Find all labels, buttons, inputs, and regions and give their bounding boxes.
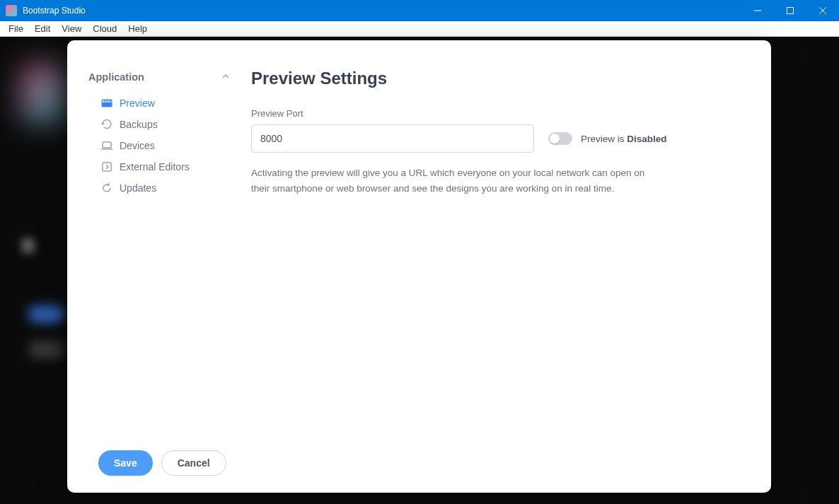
close-button[interactable] — [806, 0, 839, 21]
laptop-icon — [101, 140, 112, 151]
svg-rect-7 — [103, 163, 111, 171]
sidebar-item-label: External Editors — [120, 161, 190, 172]
toggle-knob — [550, 134, 560, 143]
app-icon — [6, 5, 17, 16]
sidebar-section-label: Application — [88, 71, 144, 83]
cancel-button[interactable]: Cancel — [161, 450, 226, 476]
help-text: Activating the preview will give you a U… — [251, 165, 647, 196]
page-title: Preview Settings — [251, 69, 750, 88]
sidebar-item-label: Backups — [120, 119, 158, 130]
menu-view[interactable]: View — [56, 22, 87, 35]
refresh-icon — [101, 182, 112, 194]
modal-footer: Save Cancel — [67, 436, 771, 493]
window-title: Bootstrap Studio — [23, 6, 86, 16]
settings-modal: Application Preview — [67, 40, 771, 493]
sidebar-section-application[interactable]: Application — [88, 69, 230, 86]
titlebar: Bootstrap Studio — [0, 0, 839, 21]
menu-cloud[interactable]: Cloud — [87, 22, 122, 35]
sidebar-item-external-editors[interactable]: External Editors — [88, 156, 230, 177]
menu-file[interactable]: File — [3, 22, 29, 35]
external-icon — [101, 161, 112, 172]
svg-rect-1 — [787, 8, 794, 14]
restore-icon — [101, 119, 112, 130]
sidebar-item-devices[interactable]: Devices — [88, 135, 230, 156]
port-label: Preview Port — [251, 108, 750, 119]
settings-sidebar: Application Preview — [88, 69, 230, 436]
maximize-button[interactable] — [774, 0, 806, 21]
svg-rect-5 — [103, 142, 111, 148]
toggle-label: Preview is Disabled — [581, 134, 667, 144]
settings-content: Preview Settings Preview Port Preview is… — [230, 69, 750, 436]
sidebar-item-label: Updates — [120, 182, 156, 194]
menu-edit[interactable]: Edit — [29, 22, 56, 35]
chevron-up-icon — [221, 71, 230, 83]
minimize-button[interactable] — [741, 0, 774, 21]
sidebar-item-label: Preview — [120, 98, 155, 109]
preview-port-input[interactable] — [251, 124, 534, 153]
menu-help[interactable]: Help — [122, 22, 153, 35]
sidebar-item-backups[interactable]: Backups — [88, 114, 230, 135]
clapper-icon — [101, 98, 112, 109]
sidebar-item-preview[interactable]: Preview — [88, 93, 230, 114]
preview-toggle[interactable] — [548, 132, 572, 145]
workspace: B Application Preview — [0, 37, 839, 504]
sidebar-item-updates[interactable]: Updates — [88, 177, 230, 199]
sidebar-item-label: Devices — [120, 140, 155, 151]
save-button[interactable]: Save — [98, 450, 153, 476]
menubar: File Edit View Cloud Help — [0, 21, 839, 37]
